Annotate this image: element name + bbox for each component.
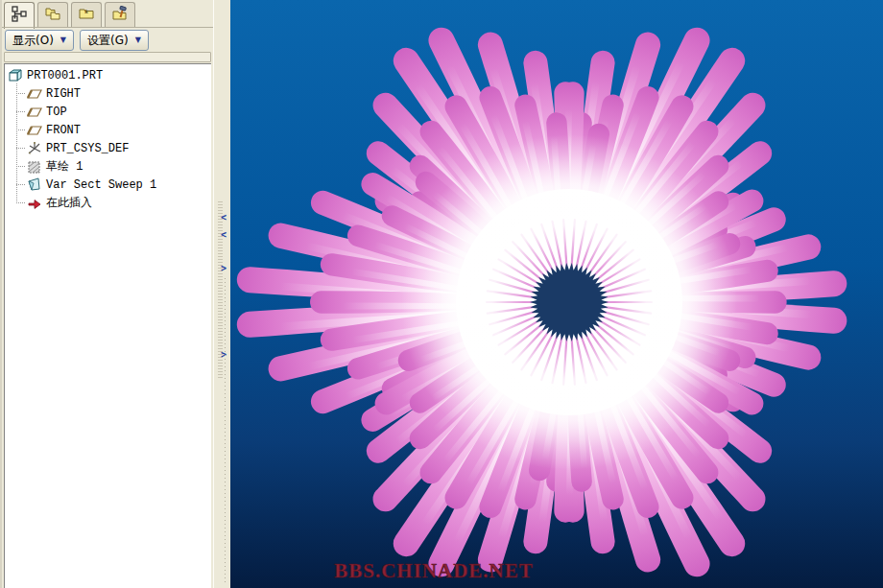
collapse-panel-icon[interactable]: <: [219, 230, 228, 240]
tree-item-prt-csys-def[interactable]: PRT_CSYS_DEF: [5, 139, 211, 157]
chevron-down-icon: ▼: [60, 36, 66, 44]
tree-item-top[interactable]: TOP: [5, 103, 211, 121]
collapse-panel-icon[interactable]: <: [219, 213, 228, 223]
expand-panel-icon[interactable]: >: [219, 264, 228, 273]
model-tree-panel: * 显示(O) ▼ 设置(G) ▼ PRT0001.PRTRIGHTTOPFRO…: [0, 0, 215, 588]
datum-plane-icon: [27, 123, 42, 138]
tree-item-front[interactable]: FRONT: [5, 121, 211, 139]
tree-item-prt0001-prt[interactable]: PRT0001.PRT: [5, 66, 211, 84]
show-dropdown-button[interactable]: 显示(O) ▼: [5, 30, 74, 51]
folder-tools-icon: [111, 5, 129, 26]
model-tree-toolbar: 显示(O) ▼ 设置(G) ▼: [5, 30, 149, 51]
tree-item-label: 在此插入: [46, 196, 92, 211]
tree-item-label: PRT_CSYS_DEF: [46, 141, 129, 156]
tree-item-var-sect-sweep-1[interactable]: Var Sect Sweep 1: [5, 176, 211, 194]
folders-icon: [44, 5, 61, 26]
tabbar-divider: [2, 27, 213, 28]
navigator-tab-3[interactable]: *: [71, 2, 102, 27]
navigator-tabbar: *: [4, 2, 135, 28]
show-dropdown-label: 显示(O): [12, 33, 54, 49]
chevron-down-icon: ▼: [135, 36, 141, 44]
folder-star-icon: *: [78, 5, 95, 26]
model-tree-icon: [11, 6, 28, 27]
sweep-icon: [27, 177, 42, 193]
settings-dropdown-button[interactable]: 设置(G) ▼: [80, 30, 149, 51]
settings-dropdown-label: 设置(G): [87, 33, 129, 49]
navigator-tab-4[interactable]: [105, 2, 135, 27]
panel-splitter[interactable]: <<>>: [213, 0, 232, 588]
cad-application-window: * 显示(O) ▼ 设置(G) ▼ PRT0001.PRTRIGHTTOPFRO…: [0, 0, 883, 588]
graphics-viewport[interactable]: BBS.CHINADE.NET: [230, 0, 883, 588]
expand-panel-icon[interactable]: >: [219, 350, 228, 360]
3d-model-scene: BBS.CHINADE.NET: [230, 0, 883, 588]
tree-item-label: FRONT: [46, 123, 81, 138]
tree-item-right[interactable]: RIGHT: [5, 84, 211, 103]
watermark-text: BBS.CHINADE.NET: [334, 559, 534, 582]
sketch-icon: [27, 159, 42, 175]
tree-filter-strip: [4, 52, 211, 62]
model-tree: PRT0001.PRTRIGHTTOPFRONTPRT_CSYS_DEF草绘 1…: [4, 63, 211, 588]
tree-item-草绘-1[interactable]: 草绘 1: [5, 157, 211, 176]
tree-item-label: PRT0001.PRT: [27, 68, 103, 83]
navigator-tab-2[interactable]: [37, 2, 68, 27]
csys-icon: [27, 141, 42, 156]
part-icon: [8, 68, 23, 83]
tree-item-label: TOP: [46, 105, 67, 120]
tree-item-在此插入[interactable]: 在此插入: [5, 194, 211, 212]
navigator-tab-1[interactable]: [4, 2, 35, 29]
insert-here-icon: [27, 196, 42, 211]
tree-item-label: RIGHT: [46, 86, 81, 102]
tree-item-label: Var Sect Sweep 1: [46, 177, 156, 193]
datum-plane-icon: [27, 86, 42, 102]
svg-text:*: *: [84, 9, 88, 19]
datum-plane-icon: [27, 105, 42, 120]
tree-item-label: 草绘 1: [46, 159, 83, 175]
